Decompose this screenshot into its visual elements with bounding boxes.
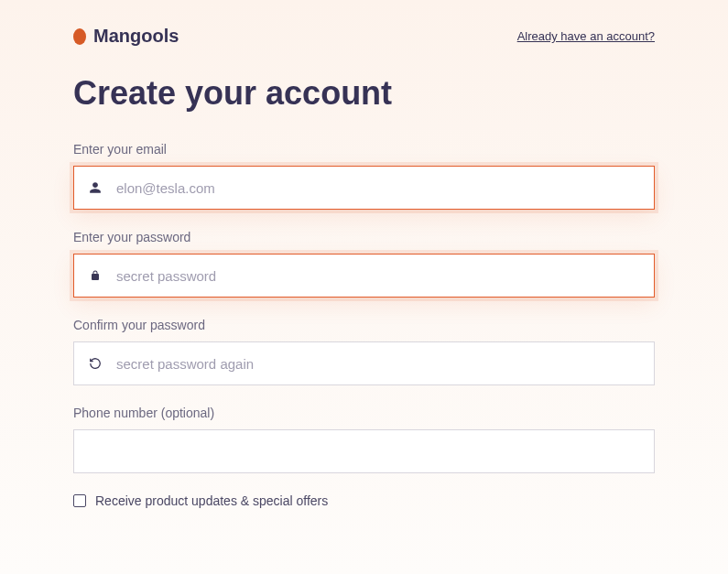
signin-link[interactable]: Already have an account?	[517, 29, 655, 43]
phone-label: Phone number (optional)	[73, 406, 655, 420]
password-input[interactable]	[116, 255, 654, 297]
brand-logo: Mangools	[73, 26, 179, 47]
refresh-icon	[74, 357, 116, 370]
confirm-input-wrap	[73, 341, 655, 385]
updates-checkbox[interactable]	[73, 494, 86, 507]
confirm-field-group: Confirm your password	[73, 318, 655, 385]
updates-checkbox-label: Receive product updates & special offers	[95, 493, 328, 508]
phone-input-wrap	[73, 429, 655, 473]
brand-name: Mangools	[93, 26, 179, 47]
email-field-group: Enter your email	[73, 142, 655, 210]
phone-input[interactable]	[74, 430, 654, 472]
email-input[interactable]	[116, 167, 654, 209]
page-header: Mangools Already have an account?	[73, 26, 655, 47]
person-icon	[74, 181, 116, 194]
password-label: Enter your password	[73, 230, 655, 244]
mangools-logo-icon	[73, 28, 86, 45]
confirm-input[interactable]	[116, 342, 654, 384]
email-input-wrap	[73, 166, 655, 210]
page-title: Create your account	[73, 74, 655, 113]
phone-field-group: Phone number (optional)	[73, 406, 655, 473]
email-label: Enter your email	[73, 142, 655, 157]
password-field-group: Enter your password	[73, 230, 655, 298]
lock-icon	[74, 269, 116, 282]
confirm-label: Confirm your password	[73, 318, 655, 332]
password-input-wrap	[73, 254, 655, 298]
updates-checkbox-row: Receive product updates & special offers	[73, 493, 655, 508]
